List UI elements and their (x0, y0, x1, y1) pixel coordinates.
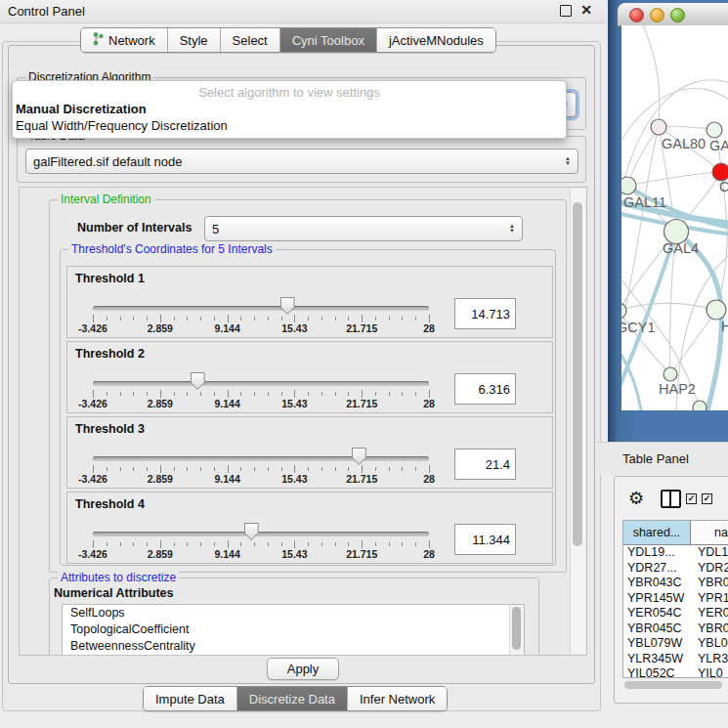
slider-track[interactable] (93, 306, 429, 311)
tick-label: -3.426 (78, 548, 107, 560)
network-canvas[interactable]: GAL80GACGAL11GAL4GCY1HHAP2 (621, 25, 728, 410)
network-node[interactable] (664, 367, 677, 381)
close-icon[interactable]: ✕ (580, 3, 592, 17)
threshold-value-field[interactable]: 11.344 (454, 524, 516, 555)
table-row[interactable]: YBR043CYBR0 (623, 576, 728, 591)
threshold-value-field[interactable]: 14.713 (454, 298, 516, 329)
attribute-list-item[interactable]: TopologicalCoefficient (63, 621, 524, 638)
checkbox-icon[interactable]: ✓ (702, 493, 712, 504)
tick-mark (415, 392, 416, 396)
algorithm-prompt-option[interactable]: Select algorithm to view settings (13, 81, 566, 101)
algorithm-option[interactable]: Equal Width/Frequency Discretization (13, 117, 566, 134)
slider-track[interactable] (93, 532, 429, 536)
table-row[interactable]: YBL079WYBL0 (623, 636, 728, 652)
tab-select[interactable]: Select (221, 28, 280, 52)
tab-network[interactable]: Network (81, 28, 168, 52)
algorithm-option[interactable]: Manual Discretization (13, 101, 566, 117)
mode-tab-impute-data[interactable]: Impute Data (144, 687, 237, 710)
tab-style[interactable]: Style (168, 28, 221, 52)
table-row[interactable]: YIL052CYIL0 (623, 666, 728, 682)
cell-shared-name: YER054C (623, 606, 694, 621)
float-window-icon[interactable] (560, 5, 572, 17)
tick-mark (120, 467, 121, 471)
attribute-list-item[interactable]: SelfLoops (63, 605, 524, 621)
tick-mark (348, 317, 349, 321)
slider-thumb[interactable] (280, 297, 295, 315)
slider-tick-labels: -3.4262.8599.14415.4321.71528 (93, 398, 429, 409)
tick-mark (200, 542, 201, 546)
cell-name: YIL0 (694, 666, 728, 682)
table-row[interactable]: YDL19...YDL1 (623, 545, 728, 561)
network-node[interactable] (707, 122, 722, 138)
columns-icon[interactable] (661, 490, 681, 508)
tick-mark (174, 317, 175, 321)
slider-ticks (93, 390, 429, 398)
column-header[interactable]: shared... (623, 521, 691, 544)
tick-label: 2.859 (148, 548, 173, 560)
zoom-traffic-light[interactable] (670, 8, 685, 22)
settings-vertical-scrollbar[interactable] (570, 189, 585, 654)
tick-mark (174, 467, 175, 471)
threshold-value-field[interactable]: 21.4 (454, 449, 516, 480)
slider-thumb[interactable] (244, 523, 259, 540)
tick-mark (147, 317, 148, 321)
tick-mark (268, 542, 269, 546)
tab-cyni-toolbox[interactable]: Cyni Toolbox (280, 28, 377, 52)
table-row[interactable]: YPR145WYPR1 (623, 591, 728, 607)
tick-mark (228, 390, 229, 398)
cell-name: YPR1 (694, 591, 728, 607)
threshold-slider[interactable]: -3.4262.8599.14415.4321.71528 (93, 342, 429, 412)
tick-mark (107, 542, 107, 546)
interval-definition-title: Interval Definition (58, 193, 154, 206)
attributes-group: Attributes to discretize Numerical Attri… (49, 578, 539, 656)
tick-label: 15.43 (281, 322, 307, 334)
mode-tab-discretize-data[interactable]: Discretize Data (237, 687, 348, 710)
slider-thumb-face (353, 449, 365, 464)
tick-label: 15.43 (281, 398, 307, 409)
column-header[interactable]: na (691, 521, 728, 544)
tick-label: 21.715 (346, 548, 377, 560)
slider-track[interactable] (93, 456, 429, 461)
cell-name: YBR0 (694, 621, 728, 637)
table-row[interactable]: YLR345WYLR3 (623, 652, 728, 667)
tick-mark (335, 317, 336, 321)
gear-icon[interactable]: ⚙ (628, 488, 644, 509)
threshold-row: Threshold 1-3.4262.8599.14415.4321.71528… (66, 266, 553, 338)
threshold-slider[interactable]: -3.4262.8599.14415.4321.71528 (93, 492, 429, 563)
table-data-combobox[interactable]: galFiltered.sif default node ▲▼ (25, 149, 578, 174)
mode-tab-infer-network[interactable]: Infer Network (348, 687, 447, 710)
slider-thumb[interactable] (191, 372, 205, 390)
checkbox-icon[interactable]: ✓ (686, 493, 697, 504)
threshold-slider[interactable]: -3.4262.8599.14415.4321.71528 (93, 267, 429, 337)
number-of-intervals-combobox[interactable]: 5 ▲▼ (204, 216, 523, 241)
slider-thumb[interactable] (352, 448, 366, 465)
table-row[interactable]: YER054CYER0 (623, 606, 728, 621)
network-window-titlebar[interactable] (618, 3, 728, 26)
table-horizontal-scrollbar[interactable] (624, 681, 722, 689)
tick-mark (321, 542, 322, 546)
network-node[interactable] (651, 119, 666, 135)
attribute-list-item[interactable]: BetweennessCentrality (63, 638, 524, 655)
table-data-group: Table Data galFiltered.sif default node … (17, 136, 586, 183)
tick-mark (228, 540, 229, 548)
threshold-value-field[interactable]: 6.316 (454, 373, 516, 405)
network-node[interactable] (693, 401, 707, 410)
table-row[interactable]: YBR045CYBR0 (623, 621, 728, 637)
close-traffic-light[interactable] (629, 8, 644, 22)
attributes-list-scrollbar[interactable] (509, 605, 524, 656)
apply-button[interactable]: Apply (267, 658, 339, 680)
table-row[interactable]: YDR27...YDR2 (623, 561, 728, 577)
threshold-slider[interactable]: -3.4262.8599.14415.4321.71528 (93, 417, 429, 488)
tab-label: Cyni Toolbox (292, 33, 364, 48)
numerical-attributes-list[interactable]: SelfLoopsTopologicalCoefficientBetweenne… (62, 604, 525, 656)
number-of-intervals-value: 5 (212, 222, 219, 236)
tick-mark (254, 317, 255, 321)
tick-mark (375, 317, 376, 321)
tab-jactivemnodules[interactable]: jActiveMNodules (377, 28, 495, 52)
network-node[interactable] (621, 177, 636, 194)
node-label: GCY1 (621, 320, 656, 335)
slider-track[interactable] (93, 381, 429, 386)
network-node[interactable] (707, 300, 726, 320)
minimize-traffic-light[interactable] (650, 8, 664, 22)
tick-mark (93, 465, 94, 473)
